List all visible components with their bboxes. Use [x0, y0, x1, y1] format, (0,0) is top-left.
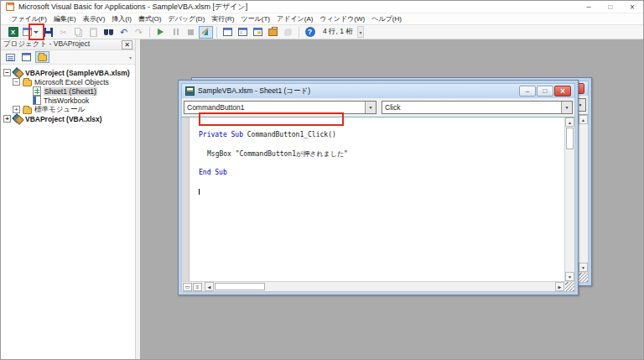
code-line-2: MsgBox "CommandButton1が押されました": [199, 151, 564, 158]
view-object-button[interactable]: [19, 51, 34, 63]
tree-node-thisworkbook[interactable]: ThisWorkbook: [1, 96, 135, 105]
menu-format[interactable]: 書式(O): [135, 14, 165, 23]
project-explorer-panel: プロジェクト - VBAProject VBAProject (SampleVB…: [1, 39, 136, 359]
find-icon: [104, 29, 113, 35]
help-button[interactable]: ?: [303, 26, 317, 39]
vba-project-icon: [13, 68, 23, 77]
worksheet-icon: [33, 86, 41, 96]
maximize-button[interactable]: [600, 1, 621, 13]
scroll-left-button[interactable]: [205, 282, 214, 291]
reset-button: [184, 26, 198, 39]
toolbox-icon: [268, 29, 278, 36]
office-assistant-button: [281, 26, 295, 39]
save-button[interactable]: [41, 26, 55, 39]
copy-button: [71, 26, 86, 39]
collapse-icon[interactable]: [3, 69, 11, 76]
vbe-application-window: Microsoft Visual Basic for Applications …: [0, 0, 644, 360]
vertical-scrollbar[interactable]: [564, 117, 574, 281]
collapse-icon[interactable]: [13, 78, 20, 86]
menu-insert[interactable]: 挿入(I): [108, 14, 135, 23]
object-browser-button[interactable]: [251, 26, 265, 39]
tree-node-sheet1[interactable]: Sheet1 (Sheet1): [1, 86, 135, 96]
tree-node-project-samplevba[interactable]: VBAProject (SampleVBA.xlsm): [1, 68, 135, 77]
project-explorer-button[interactable]: [221, 26, 235, 39]
menu-help[interactable]: ヘルプ(H): [368, 14, 405, 23]
project-tree: VBAProject (SampleVBA.xlsm) Microsoft Ex…: [1, 65, 135, 123]
menu-bar: ファイル(F) 編集(E) 表示(V) 挿入(I) 書式(O) デバッグ(D) …: [1, 13, 643, 24]
tree-label-selected: Sheet1 (Sheet1): [44, 87, 97, 96]
procedure-view-button[interactable]: [183, 283, 192, 291]
project-explorer-icon: [223, 28, 232, 36]
project-panel-close-button[interactable]: [122, 40, 132, 50]
code-editor-area[interactable]: Private Sub CommandButton1_Click() MsgBo…: [181, 117, 575, 292]
toggle-folders-button[interactable]: [35, 51, 49, 63]
tree-node-excel-objects[interactable]: Microsoft Excel Objects: [1, 77, 135, 86]
run-button[interactable]: [153, 26, 168, 39]
vertical-scroll-thumb[interactable]: [566, 128, 574, 149]
scroll-up-button[interactable]: [579, 115, 588, 124]
menu-debug[interactable]: デバッグ(D): [164, 14, 208, 23]
event-dropdown[interactable]: Click: [382, 101, 573, 114]
dropdown-arrow-icon[interactable]: [561, 102, 572, 113]
dropdown-arrow-icon[interactable]: [365, 102, 376, 113]
background-vertical-scrollbar[interactable]: [578, 115, 588, 272]
scroll-right-button[interactable]: [555, 282, 564, 291]
break-button: [169, 26, 183, 39]
toolbar-separator: [149, 27, 150, 38]
expand-icon[interactable]: [3, 115, 11, 123]
tree-node-standard-modules[interactable]: 標準モジュール: [1, 105, 135, 114]
horizontal-scroll-thumb[interactable]: [215, 283, 265, 290]
scroll-down-button[interactable]: [579, 263, 588, 272]
standard-toolbar: X ? 4 行, 1 桁: [1, 24, 643, 39]
menu-addins[interactable]: アドイン(A): [273, 14, 316, 23]
code-line-1: Private Sub CommandButton1_Click(): [199, 132, 564, 138]
toolbox-button[interactable]: [266, 26, 280, 39]
panel-toolbar-overflow[interactable]: [127, 52, 133, 62]
menu-run[interactable]: 実行(R): [208, 14, 237, 23]
expand-icon[interactable]: [13, 106, 20, 113]
code-line-3: End Sub: [199, 170, 564, 176]
tree-label: Microsoft Excel Objects: [34, 78, 109, 86]
reset-icon: [188, 29, 194, 35]
scroll-up-button[interactable]: [565, 117, 574, 127]
resize-grip[interactable]: [565, 282, 574, 291]
menu-window[interactable]: ウィンドウ(W): [316, 14, 368, 23]
properties-window-icon: [238, 28, 247, 36]
full-module-view-button[interactable]: [193, 283, 202, 291]
close-button[interactable]: [621, 1, 643, 13]
menu-edit[interactable]: 編集(E): [50, 14, 80, 23]
workbook-icon: [33, 96, 41, 105]
tree-node-project-vbaxlsx[interactable]: VBAProject (VBA.xlsx): [1, 114, 135, 123]
object-dropdown[interactable]: CommandButton1: [184, 101, 377, 114]
view-code-button[interactable]: [3, 51, 18, 63]
margin-indicator-bar[interactable]: [182, 117, 190, 281]
code-window-title: SampleVBA.xlsm - Sheet1 (コード): [198, 86, 519, 97]
design-mode-button[interactable]: [199, 26, 213, 39]
resize-grip[interactable]: [579, 273, 588, 282]
insert-userform-button[interactable]: [21, 26, 40, 39]
child-minimize-button[interactable]: [519, 86, 536, 97]
child-close-button[interactable]: [554, 86, 571, 97]
find-button[interactable]: [101, 26, 116, 39]
mdi-background: SampleVBA.xlsm - Sheet1 (コード) CommandBut…: [140, 39, 644, 359]
design-mode-icon: [204, 29, 208, 35]
scroll-down-button[interactable]: [565, 272, 574, 281]
properties-window-button[interactable]: [236, 26, 250, 39]
code-window-titlebar[interactable]: SampleVBA.xlsm - Sheet1 (コード): [181, 83, 575, 98]
code-text[interactable]: Private Sub CommandButton1_Click() MsgBo…: [190, 117, 564, 281]
undo-button[interactable]: [117, 26, 131, 39]
dropdown-caret-icon: [34, 31, 39, 34]
child-restore-button[interactable]: [537, 86, 553, 97]
menu-view[interactable]: 表示(V): [80, 14, 109, 23]
menu-tools[interactable]: ツール(T): [237, 14, 273, 23]
code-window-icon: [185, 86, 195, 96]
horizontal-scrollbar[interactable]: [205, 282, 574, 291]
toolbar-options-button[interactable]: [357, 26, 364, 38]
menu-file[interactable]: ファイル(F): [8, 14, 50, 23]
tree-label: VBAProject (SampleVBA.xlsm): [25, 69, 130, 77]
tree-label: ThisWorkbook: [44, 97, 89, 105]
minimize-button[interactable]: [578, 1, 600, 13]
view-excel-button[interactable]: X: [6, 26, 20, 39]
view-code-icon: [6, 54, 15, 61]
cursor-position-indicator: 4 行, 1 桁: [323, 27, 353, 37]
